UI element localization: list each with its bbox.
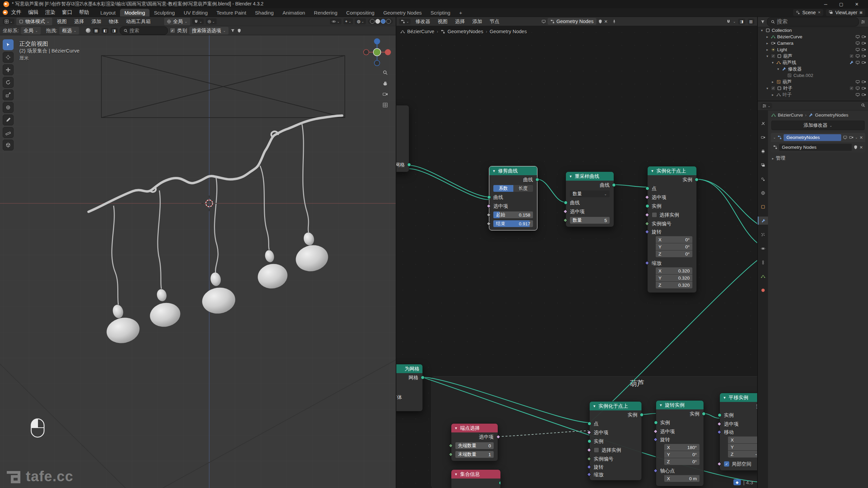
tab-render[interactable] (758, 133, 768, 141)
node-partial-to-mesh[interactable]: 为网格 网格 几何体 (396, 364, 423, 411)
vp-menu-object[interactable]: 物体 (106, 18, 121, 25)
shading-rendered[interactable] (386, 19, 391, 24)
outliner-row-beziercurve[interactable]: ▸ BézierCurve (758, 34, 868, 40)
close-button[interactable]: ✕ (849, 0, 865, 8)
node-instance-on-points-bottom[interactable]: ▼实例化于点上 实例 点 选中项 实例 选择实例 实例编号 旋转 缩放 (589, 401, 642, 481)
ne-menu-modifier[interactable]: 修改器 (413, 18, 433, 25)
resample-count-field[interactable]: 数量5 (570, 217, 610, 224)
rotation-x-field[interactable]: X180° (664, 444, 699, 451)
vp-menu-select[interactable]: 选择 (72, 18, 87, 25)
scale-z-field[interactable]: Z0.320 (656, 282, 692, 288)
vp-menu-add[interactable]: 添加 (89, 18, 104, 25)
camera-icon[interactable] (862, 60, 866, 65)
collection-checkbox[interactable]: ✓ (771, 86, 775, 90)
node-canvas[interactable]: BézierCurve› GeometryNodes› Geometry Nod… (396, 26, 757, 488)
tab-view-layer[interactable] (758, 161, 768, 169)
outliner-row-camera[interactable]: ▸ Camera (758, 40, 868, 46)
camera-icon[interactable] (862, 35, 866, 39)
socket-geometry[interactable] (407, 163, 411, 167)
socket-geometry[interactable] (654, 421, 658, 425)
tab-scripting[interactable]: Scripting (426, 9, 455, 17)
minimize-button[interactable]: ─ (818, 0, 833, 8)
axis-gizmo[interactable] (361, 37, 393, 68)
node-header[interactable]: 为网格 (396, 364, 422, 373)
outliner-row-yezi-object[interactable]: ▸ 叶子 (758, 92, 868, 98)
node-header[interactable]: ▼实例化于点上 (590, 402, 642, 410)
camera-icon[interactable] (862, 54, 866, 58)
tab-compositing[interactable]: Compositing (342, 9, 379, 17)
node-header[interactable]: ▼集合信息 (451, 470, 500, 479)
outliner-row-hulu-mesh[interactable]: ▸ 葫芦 (758, 79, 868, 85)
node-instance-on-points-top[interactable]: ▼实例化于点上 实例 点 选中项 实例 选择实例 实例编号 旋转 X0° Y0°… (647, 166, 697, 293)
socket-geometry[interactable] (499, 481, 501, 485)
screen-icon[interactable] (855, 86, 860, 90)
rotation-y-field[interactable]: Y0° (656, 243, 692, 250)
screen-icon[interactable] (855, 93, 860, 97)
tab-modifiers[interactable] (758, 217, 768, 225)
tab-animation[interactable]: Animation (278, 9, 310, 17)
scale-x-field[interactable]: X0.320 (656, 267, 692, 274)
ne-menu-node[interactable]: 节点 (487, 18, 502, 25)
tab-constraints[interactable] (758, 258, 768, 266)
socket-geometry[interactable] (612, 183, 616, 187)
delete-modifier-icon[interactable]: ✕ (860, 135, 863, 140)
trim-end-field[interactable]: 结束0.917 (493, 220, 533, 227)
modifier-panel-header[interactable]: ⌄ GeometryNodes ⌄ ✕ (771, 133, 865, 142)
screen-icon[interactable] (855, 35, 860, 39)
tab-physics[interactable] (758, 244, 768, 252)
tool-annotate[interactable] (3, 115, 14, 125)
filter-settings-icon[interactable] (861, 20, 865, 24)
outliner-row-hulu-collection[interactable]: ▾✓ 葫芦 ✓ (758, 53, 868, 59)
ne-menu-add[interactable]: 添加 (470, 18, 485, 25)
camera-icon[interactable] (862, 86, 866, 90)
display-toggle-3[interactable]: ◨ (111, 28, 117, 34)
matcap-sphere-icon[interactable] (86, 28, 91, 33)
node-rotate-instances[interactable]: ▼旋转实例 实例 实例 选中项 旋转 X180° Y0° Z0° 轴心点 X0 … (656, 400, 704, 486)
node-group-selector[interactable]: Geometry Nodes (779, 144, 852, 151)
coord-dropdown[interactable]: 全局⌄ (21, 27, 41, 35)
screen-icon[interactable] (855, 47, 860, 52)
menu-file[interactable]: 文件 (8, 8, 25, 16)
outliner-search-input[interactable]: 搜索 (767, 17, 859, 26)
node-partial-mesh-out[interactable]: 网格 (396, 105, 409, 172)
outliner-row-modifiers[interactable]: ▾ 修改器 (758, 66, 868, 72)
tool-add-primitive[interactable] (3, 140, 14, 150)
socket-geometry[interactable] (421, 376, 425, 380)
tool-transform[interactable] (3, 102, 14, 113)
category-checkbox[interactable]: ✓ (170, 28, 175, 33)
edit-mode-toggle-icon[interactable] (843, 135, 847, 140)
gizmo-dropdown[interactable]: ⌖⌄ (343, 18, 353, 24)
tab-texture-paint[interactable]: Texture Paint (212, 9, 251, 17)
node-header[interactable]: ▼平移实例 (720, 393, 757, 402)
pick-instance-checkbox[interactable] (594, 447, 599, 453)
tool-search-input[interactable]: 搜索 (120, 26, 168, 35)
manage-section[interactable]: ▸管理 (772, 155, 864, 161)
screen-icon[interactable] (855, 41, 860, 45)
pan-hand-icon[interactable] (380, 79, 390, 88)
snap-toggle[interactable]: ⌄ (192, 19, 204, 24)
tool-select-box[interactable] (3, 39, 14, 50)
node-trim-curve[interactable]: ▼修剪曲线 曲线 系数长度 曲线 选中项 起始0.158 结束0.917 (489, 166, 537, 230)
scale-y-field[interactable]: Y0.320 (656, 274, 692, 281)
pin-icon[interactable] (612, 19, 616, 24)
tab-tool[interactable] (758, 119, 768, 127)
rotation-z-field[interactable]: Z0° (664, 458, 699, 465)
end-size-field[interactable]: 末端数量1 (455, 451, 494, 458)
node-resample-curve[interactable]: ▼重采样曲线 曲线 数量⌄ 曲线 选中项 数量5 (566, 171, 614, 227)
tool-measure[interactable] (3, 127, 14, 138)
node-endpoint-selection[interactable]: ▼端点选择 选中项 先端数量0 末端数量1 (451, 423, 498, 461)
tool-move[interactable] (3, 64, 14, 75)
tab-object-data[interactable] (758, 272, 768, 280)
editor-type-button[interactable]: ⌄ (399, 19, 411, 24)
proportional-edit-toggle[interactable]: ◎⌄ (206, 18, 217, 24)
zoom-icon[interactable] (380, 68, 390, 77)
socket-geometry[interactable] (646, 187, 649, 190)
tab-sculpting[interactable]: Sculpting (150, 9, 179, 17)
resample-mode-dropdown[interactable]: 数量⌄ (570, 190, 610, 197)
slice-toggle[interactable]: ▥ (748, 19, 754, 24)
menu-help[interactable]: 帮助 (76, 8, 93, 16)
socket-geometry[interactable] (564, 201, 568, 205)
funnel-icon[interactable] (231, 28, 235, 33)
viewport-3d-canvas[interactable]: 正交前视图 (2) 场景集合 | BézierCurve 厘米 (0, 35, 396, 488)
overlays-dropdown[interactable]: ◍⌄ (355, 18, 366, 24)
